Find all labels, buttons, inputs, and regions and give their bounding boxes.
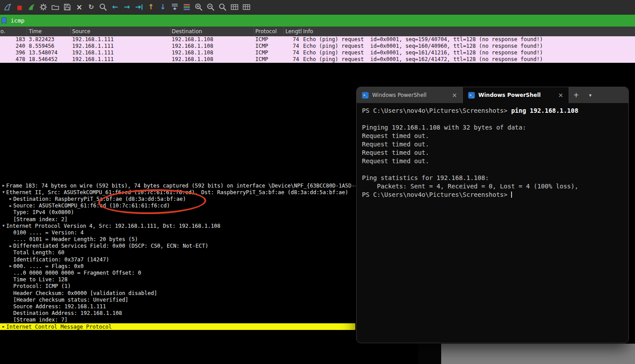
capture-options-icon[interactable] xyxy=(38,1,49,13)
detail-row[interactable]: ▼Ethernet II, Src: ASUSTekCOMPU_61:f6:cd… xyxy=(0,189,355,195)
terminal-line: Pinging 192.168.1.108 with 32 bytes of d… xyxy=(362,123,628,132)
new-tab-button[interactable]: + xyxy=(569,87,583,103)
start-capture-icon[interactable] xyxy=(2,1,13,13)
terminal-line: PS C:\Users\nov4o\Pictures\Screenshots> xyxy=(362,191,628,199)
expand-arrow-icon[interactable]: ▶ xyxy=(1,325,6,329)
column-header-protocol[interactable]: Protocol xyxy=(255,27,277,36)
detail-row[interactable]: Identification: 0x37a7 (14247) xyxy=(0,256,355,263)
packet-list: 1833.822423192.168.1.111192.168.1.108ICM… xyxy=(0,36,635,63)
packet-row[interactable]: 1833.822423192.168.1.111192.168.1.108ICM… xyxy=(0,36,635,43)
terminal-cursor xyxy=(511,192,512,198)
column-header-destination[interactable]: Destination xyxy=(172,27,202,36)
powershell-icon: >_ xyxy=(362,92,369,99)
column-header-info[interactable]: Info xyxy=(303,27,313,36)
detail-row[interactable]: 0100 .... = Version: 4 xyxy=(0,229,355,236)
save-file-icon[interactable] xyxy=(62,1,73,13)
column-separator xyxy=(283,27,284,36)
zoom-reset-icon[interactable] xyxy=(217,1,228,13)
go-forward-icon[interactable]: → xyxy=(121,1,133,13)
column-separator xyxy=(301,27,302,36)
detail-text: Total Length: 60 xyxy=(13,249,65,256)
fit-columns-icon[interactable] xyxy=(241,1,252,13)
terminal-tabbar: >_Windows PowerShell×>_Windows PowerShel… xyxy=(357,87,628,103)
resize-columns-icon[interactable] xyxy=(229,1,240,13)
detail-row[interactable]: ▶Differentiated Services Field: 0x00 (DS… xyxy=(0,243,355,249)
packet-row[interactable]: 47818.546452192.168.1.111192.168.1.108IC… xyxy=(0,56,635,63)
expand-arrow-icon[interactable]: ▼ xyxy=(1,190,6,194)
detail-text: Internet Control Message Protocol xyxy=(6,324,112,330)
display-filter-input[interactable]: icmp xyxy=(11,17,24,24)
detail-row[interactable]: Header Checksum: 0x0000 [validation disa… xyxy=(0,290,355,296)
packet-detail-pane: ▶Frame 183: 74 bytes on wire (592 bits),… xyxy=(0,182,355,330)
detail-row[interactable]: ▶000. .... = Flags: 0x0 xyxy=(0,263,355,269)
restart-capture-icon[interactable] xyxy=(26,1,37,13)
detail-row[interactable]: .... 0101 = Header Length: 20 bytes (5) xyxy=(0,236,355,243)
detail-text: Time to Live: 128 xyxy=(13,276,68,283)
find-packet-icon[interactable] xyxy=(97,1,109,13)
go-last-packet-icon[interactable]: ↓ xyxy=(157,1,169,13)
terminal-tab-1[interactable]: >_Windows PowerShell× xyxy=(357,87,463,103)
detail-row[interactable]: [Header checksum status: Unverified] xyxy=(0,296,355,303)
go-to-packet-icon[interactable] xyxy=(133,1,145,13)
close-file-icon[interactable]: × xyxy=(73,1,85,13)
expand-arrow-icon[interactable]: ▼ xyxy=(1,224,6,228)
detail-row[interactable]: ▶Destination: RaspberryPiT_5a:bf:ae (d8:… xyxy=(0,195,355,202)
zoom-out-icon[interactable] xyxy=(205,1,216,13)
expand-arrow-icon[interactable]: ▶ xyxy=(8,244,13,248)
terminal-line: Request timed out. xyxy=(362,149,628,157)
terminal-content[interactable]: PS C:\Users\nov4o\Pictures\Screenshots> … xyxy=(357,103,628,199)
detail-row[interactable]: ...0 0000 0000 0000 = Fragment Offset: 0 xyxy=(0,269,355,276)
expand-arrow-icon[interactable]: ▶ xyxy=(8,264,13,268)
tab-title: Windows PowerShell xyxy=(478,92,553,98)
packet-row[interactable]: 2408.559456192.168.1.111192.168.1.108ICM… xyxy=(0,43,635,50)
column-header-time[interactable]: Time xyxy=(29,27,42,36)
colorize-icon[interactable] xyxy=(181,1,192,13)
auto-scroll-icon[interactable] xyxy=(169,1,181,13)
column-header-source[interactable]: Source xyxy=(72,27,90,36)
column-header-length[interactable]: Length xyxy=(285,27,302,36)
detail-text: [Stream index: 2] xyxy=(13,216,68,222)
powershell-icon: >_ xyxy=(468,92,475,99)
terminal-line xyxy=(362,115,628,123)
detail-row[interactable]: Protocol: ICMP (1) xyxy=(0,283,355,290)
zoom-in-icon[interactable] xyxy=(193,1,204,13)
tab-close-icon[interactable]: × xyxy=(450,92,459,99)
detail-text: Ethernet II, Src: ASUSTekCOMPU_61:f6:cd … xyxy=(6,189,348,195)
main-toolbar: ■×↻←→↑↓ xyxy=(0,0,635,15)
go-first-packet-icon[interactable]: ↑ xyxy=(145,1,157,13)
reload-file-icon[interactable]: ↻ xyxy=(85,1,97,13)
detail-row-selected[interactable]: ▶Internet Control Message Protocol xyxy=(0,323,355,330)
expand-arrow-icon[interactable]: ▶ xyxy=(8,204,13,208)
terminal-tab-2[interactable]: >_Windows PowerShell× xyxy=(463,87,569,103)
detail-text: Source Address: 192.168.1.111 xyxy=(13,303,106,310)
packet-list-header: No.TimeSourceDestinationProtocolLengthIn… xyxy=(0,27,635,36)
open-file-icon[interactable] xyxy=(50,1,61,13)
detail-row[interactable]: Type: IPv4 (0x0800) xyxy=(0,209,355,216)
detail-text: Destination Address: 192.168.1.108 xyxy=(13,310,122,316)
terminal-window: >_Windows PowerShell×>_Windows PowerShel… xyxy=(356,87,629,343)
column-header-no[interactable]: No. xyxy=(0,27,5,36)
detail-row[interactable]: ▶Source: ASUSTekCOMPU_61:f6:cd (10:7c:61… xyxy=(0,203,355,209)
detail-row[interactable]: [Stream index: 2] xyxy=(0,216,355,222)
filter-bookmark-icon[interactable] xyxy=(0,15,8,27)
detail-row[interactable]: ▶Frame 183: 74 bytes on wire (592 bits),… xyxy=(0,182,355,189)
terminal-line: PS C:\Users\nov4o\Pictures\Screenshots> … xyxy=(362,107,628,115)
expand-arrow-icon[interactable]: ▶ xyxy=(1,184,6,188)
detail-text: ...0 0000 0000 0000 = Fragment Offset: 0 xyxy=(13,270,141,276)
detail-row[interactable]: Source Address: 192.168.1.111 xyxy=(0,303,355,310)
detail-row[interactable]: Destination Address: 192.168.1.108 xyxy=(0,310,355,317)
detail-row[interactable]: Total Length: 60 xyxy=(0,249,355,256)
stop-capture-icon[interactable]: ■ xyxy=(14,1,25,13)
tab-title: Windows PowerShell xyxy=(372,92,446,98)
detail-row[interactable]: [Stream index: 7] xyxy=(0,317,355,323)
expand-arrow-icon[interactable]: ▶ xyxy=(8,197,13,201)
go-back-icon[interactable]: ← xyxy=(109,1,121,13)
tab-dropdown-button[interactable]: ▾ xyxy=(583,87,597,103)
detail-row[interactable]: Time to Live: 128 xyxy=(0,276,355,283)
detail-text: Frame 183: 74 bytes on wire (592 bits), … xyxy=(6,183,355,189)
terminal-line: Request timed out. xyxy=(362,132,628,140)
packet-row[interactable]: 39613.548074192.168.1.111192.168.1.108IC… xyxy=(0,50,635,56)
tab-close-icon[interactable]: × xyxy=(556,92,565,99)
detail-text: Destination: RaspberryPiT_5a:bf:ae (d8:3… xyxy=(13,196,186,202)
detail-row[interactable]: ▼Internet Protocol Version 4, Src: 192.1… xyxy=(0,222,355,229)
